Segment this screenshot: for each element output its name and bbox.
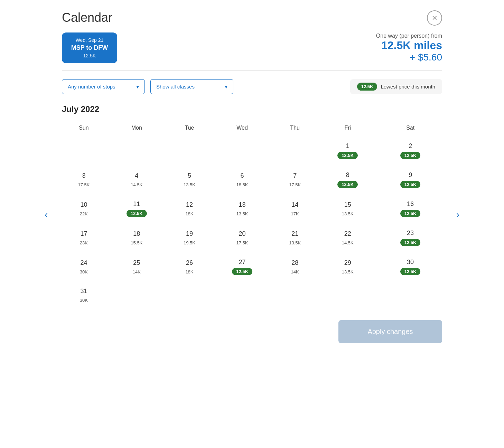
day-number: 13 [214, 201, 270, 208]
calendar-cell[interactable]: 2430K [62, 252, 105, 281]
calendar-cell [211, 281, 273, 310]
classes-filter-dropdown[interactable]: Show all classesEconomyBusinessFirst ▼ [150, 79, 233, 94]
calendar-cell[interactable]: 2712.5K [211, 252, 273, 281]
calendar-cell[interactable]: 3012.5K [379, 252, 442, 281]
calendar-cell [273, 136, 316, 166]
day-number: 21 [277, 230, 313, 237]
day-price-green: 12.5K [400, 210, 421, 217]
calendar-cell[interactable]: 1723K [62, 223, 105, 252]
calendar-week-row: 1723K1815.5K1919.5K2017.5K2113.5K2214.5K… [62, 223, 442, 252]
calendar-cell[interactable]: 618.5K [211, 165, 273, 194]
calendar-cell[interactable]: 2312.5K [379, 223, 442, 252]
calendar-cell[interactable]: 3130K [62, 281, 105, 310]
day-number: 31 [66, 288, 102, 295]
day-price: 30K [80, 269, 88, 274]
calendar-week-row: 317.5K414.5K513.5K618.5K717.5K812.5K912.… [62, 165, 442, 194]
day-price: 30K [80, 298, 88, 303]
calendar-cell[interactable]: 513.5K [168, 165, 211, 194]
price-miles: 12.5K miles [376, 39, 442, 52]
calendar-cell[interactable]: 2913.5K [316, 252, 379, 281]
calendar-cell[interactable]: 1513.5K [316, 194, 379, 223]
day-price: 14K [291, 269, 299, 274]
calendar-cell [168, 281, 211, 310]
day-number: 8 [320, 171, 375, 179]
day-price: 17.5K [289, 182, 301, 187]
calendar-cell [105, 136, 168, 166]
day-price: 22K [80, 211, 88, 216]
day-number: 22 [320, 230, 375, 237]
calendar-week-row: 112.5K212.5K [62, 136, 442, 166]
next-month-button[interactable]: › [453, 206, 463, 224]
day-price: 18K [185, 211, 193, 216]
calendar-header-row: SunMonTueWedThuFriSat [62, 120, 442, 136]
close-button[interactable]: ✕ [427, 10, 442, 26]
calendar-cell[interactable]: 717.5K [273, 165, 316, 194]
day-price-green: 12.5K [400, 152, 421, 159]
calendar-cell[interactable]: 317.5K [62, 165, 105, 194]
calendar-cell[interactable]: 1112.5K [105, 194, 168, 223]
price-info: One way (per person) from 12.5K miles + … [376, 33, 442, 63]
day-number: 11 [109, 200, 165, 208]
day-price: 17K [291, 211, 299, 216]
calendar-cell[interactable]: 1417K [273, 194, 316, 223]
calendar-cell[interactable]: 112.5K [316, 136, 379, 166]
day-price: 17.5K [236, 240, 248, 245]
calendar-cell[interactable]: 2017.5K [211, 223, 273, 252]
calendar-day-header: Wed [211, 120, 273, 136]
day-number: 12 [171, 201, 207, 208]
day-number: 7 [277, 172, 313, 179]
day-number: 25 [109, 259, 165, 267]
calendar-cell[interactable]: 414.5K [105, 165, 168, 194]
day-price-green: 12.5K [400, 239, 421, 246]
lowest-price-text: Lowest price this month [381, 84, 435, 90]
calendar-section: July 2022 ‹ SunMonTueWedThuFriSat 112.5K… [62, 104, 442, 310]
day-price-green: 12.5K [400, 181, 421, 188]
day-number: 19 [171, 230, 207, 237]
calendar-cell[interactable]: 2514K [105, 252, 168, 281]
calendar-cell[interactable]: 1218K [168, 194, 211, 223]
calendar-day-header: Mon [105, 120, 168, 136]
calendar-cell[interactable]: 912.5K [379, 165, 442, 194]
calendar-cell[interactable]: 1313.5K [211, 194, 273, 223]
calendar-cell[interactable]: 1815.5K [105, 223, 168, 252]
calendar-week-row: 1022K1112.5K1218K1313.5K1417K1513.5K1612… [62, 194, 442, 223]
day-number: 29 [320, 259, 375, 267]
day-number: 14 [277, 201, 313, 208]
day-price: 14.5K [131, 182, 142, 187]
stops-select[interactable]: Any number of stopsNonstop only1 stop or… [62, 79, 145, 94]
prev-month-button[interactable]: ‹ [41, 206, 51, 224]
calendar-cell[interactable]: 212.5K [379, 136, 442, 166]
calendar-cell[interactable]: 1022K [62, 194, 105, 223]
day-number: 28 [277, 259, 313, 267]
date-label: Wed, Sep 21 [70, 37, 109, 43]
calendar-day-header: Tue [168, 120, 211, 136]
day-number: 3 [66, 172, 102, 179]
day-number: 16 [382, 200, 438, 208]
day-number: 23 [382, 230, 438, 237]
day-number: 24 [66, 259, 102, 267]
classes-select[interactable]: Show all classesEconomyBusinessFirst [150, 79, 233, 94]
calendar-cell[interactable]: 2814K [273, 252, 316, 281]
day-number: 18 [109, 230, 165, 237]
lowest-price-badge: 12.5K Lowest price this month [350, 79, 442, 94]
calendar-body: 112.5K212.5K317.5K414.5K513.5K618.5K717.… [62, 136, 442, 310]
day-number: 10 [66, 201, 102, 208]
day-price-green: 12.5K [337, 152, 358, 159]
calendar-cell[interactable]: 1612.5K [379, 194, 442, 223]
apply-changes-button[interactable]: Apply changes [338, 320, 442, 343]
trip-miles-label: 12.5K [70, 53, 109, 58]
calendar-day-header: Sat [379, 120, 442, 136]
calendar-cell [211, 136, 273, 166]
calendar-cell[interactable]: 2113.5K [273, 223, 316, 252]
stops-filter-dropdown[interactable]: Any number of stopsNonstop only1 stop or… [62, 79, 145, 94]
calendar-cell[interactable]: 1919.5K [168, 223, 211, 252]
month-title: July 2022 [62, 104, 442, 114]
day-price: 19.5K [184, 240, 195, 245]
day-number: 1 [320, 142, 375, 150]
day-number: 30 [382, 259, 438, 266]
calendar-cell[interactable]: 812.5K [316, 165, 379, 194]
calendar-cell[interactable]: 2214.5K [316, 223, 379, 252]
calendar-day-header: Thu [273, 120, 316, 136]
calendar-cell[interactable]: 2618K [168, 252, 211, 281]
day-number: 4 [109, 172, 165, 179]
